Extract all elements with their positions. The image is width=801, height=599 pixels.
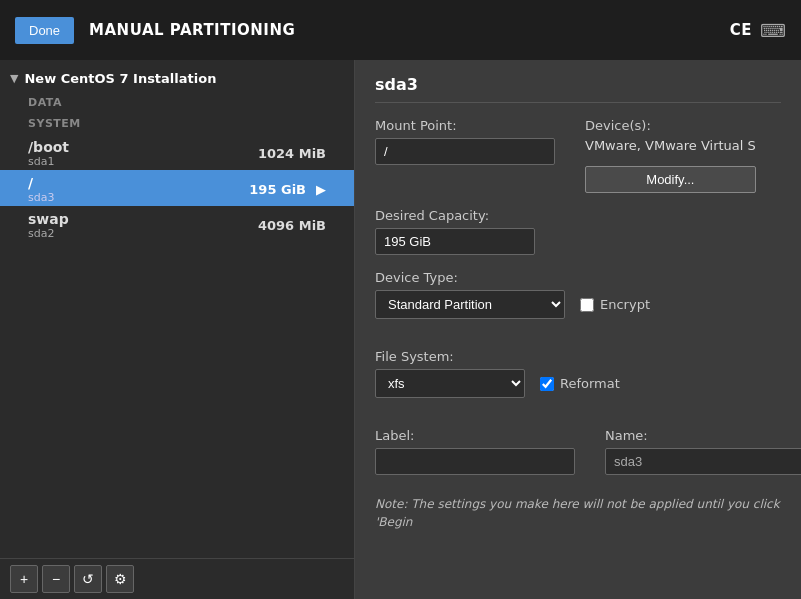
partition-arrow-root: ▶: [316, 182, 326, 197]
desired-capacity-group: Desired Capacity:: [375, 208, 781, 255]
desired-capacity-label: Desired Capacity:: [375, 208, 781, 223]
modify-button[interactable]: Modify...: [585, 166, 756, 193]
devices-label: Device(s):: [585, 118, 756, 133]
file-system-select[interactable]: xfs ext4 ext3 ext2 vfat swap: [375, 369, 525, 398]
partition-device-swap: sda2: [28, 227, 69, 240]
partition-tree: ▼ New CentOS 7 Installation DATA SYSTEM …: [0, 60, 354, 558]
installation-label: New CentOS 7 Installation: [24, 71, 216, 86]
partition-item-boot[interactable]: /boot sda1 1024 MiB: [0, 134, 354, 170]
note-text: Note: The settings you make here will no…: [375, 495, 781, 531]
device-type-group: Device Type: Standard Partition LVM LVM …: [375, 270, 781, 334]
mount-point-input[interactable]: [375, 138, 555, 165]
encrypt-label: Encrypt: [600, 297, 650, 312]
done-button[interactable]: Done: [15, 17, 74, 44]
reformat-group: Reformat: [540, 376, 620, 391]
partition-name-swap: swap: [28, 211, 69, 227]
device-type-select[interactable]: Standard Partition LVM LVM Thin Provisio…: [375, 290, 565, 319]
reformat-label: Reformat: [560, 376, 620, 391]
partition-device-root: sda3: [28, 191, 54, 204]
section-label-system: SYSTEM: [0, 113, 354, 134]
partition-size-root: 195 GiB: [249, 182, 306, 197]
devices-group: Device(s): VMware, VMware Virtual S Modi…: [585, 118, 756, 193]
device-type-label: Device Type:: [375, 270, 781, 285]
partition-detail-title: sda3: [375, 75, 781, 103]
header-right: CE ⌨: [730, 20, 786, 41]
add-partition-button[interactable]: +: [10, 565, 38, 593]
partition-item-root[interactable]: / sda3 195 GiB ▶: [0, 170, 354, 206]
partition-root-right: 195 GiB ▶: [249, 182, 326, 197]
desired-capacity-input[interactable]: [375, 228, 535, 255]
partition-device-boot: sda1: [28, 155, 69, 168]
partition-item-swap[interactable]: swap sda2 4096 MiB: [0, 206, 354, 242]
file-system-label: File System:: [375, 349, 781, 364]
name-input[interactable]: [605, 448, 801, 475]
partition-size-boot: 1024 MiB: [258, 146, 326, 161]
devices-value: VMware, VMware Virtual S: [585, 138, 756, 153]
partition-name-boot: /boot: [28, 139, 69, 155]
name-group: Name:: [605, 428, 801, 475]
partition-name-root: /: [28, 175, 54, 191]
tree-arrow: ▼: [10, 72, 18, 85]
reformat-checkbox[interactable]: [540, 377, 554, 391]
mount-devices-row: Mount Point: Device(s): VMware, VMware V…: [375, 118, 781, 193]
remove-partition-button[interactable]: −: [42, 565, 70, 593]
partition-item-root-left: / sda3: [28, 175, 54, 204]
tree-header[interactable]: ▼ New CentOS 7 Installation: [0, 65, 354, 92]
encrypt-group: Encrypt: [580, 297, 650, 312]
label-name-row: Label: Name:: [375, 428, 781, 475]
config-button[interactable]: ⚙: [106, 565, 134, 593]
header: Done MANUAL PARTITIONING CE ⌨: [0, 0, 801, 60]
encrypt-checkbox[interactable]: [580, 298, 594, 312]
mount-point-label: Mount Point:: [375, 118, 555, 133]
device-type-row: Standard Partition LVM LVM Thin Provisio…: [375, 290, 781, 319]
name-label: Name:: [605, 428, 801, 443]
label-label: Label:: [375, 428, 575, 443]
app-name: CE: [730, 21, 752, 39]
app-title: MANUAL PARTITIONING: [89, 21, 295, 39]
right-panel: sda3 Mount Point: Device(s): VMware, VMw…: [355, 60, 801, 599]
label-input[interactable]: [375, 448, 575, 475]
label-group: Label:: [375, 428, 575, 475]
left-toolbar: + − ↺ ⚙: [0, 558, 354, 599]
left-panel: ▼ New CentOS 7 Installation DATA SYSTEM …: [0, 60, 355, 599]
keyboard-icon: ⌨: [760, 20, 786, 41]
header-left: Done MANUAL PARTITIONING: [15, 17, 295, 44]
refresh-button[interactable]: ↺: [74, 565, 102, 593]
file-system-group: File System: xfs ext4 ext3 ext2 vfat swa…: [375, 349, 781, 413]
mount-point-group: Mount Point:: [375, 118, 555, 193]
main-content: ▼ New CentOS 7 Installation DATA SYSTEM …: [0, 60, 801, 599]
section-label-data: DATA: [0, 92, 354, 113]
partition-item-swap-left: swap sda2: [28, 211, 69, 240]
filesystem-row: xfs ext4 ext3 ext2 vfat swap Reformat: [375, 369, 781, 398]
partition-item-boot-left: /boot sda1: [28, 139, 69, 168]
partition-size-swap: 4096 MiB: [258, 218, 326, 233]
